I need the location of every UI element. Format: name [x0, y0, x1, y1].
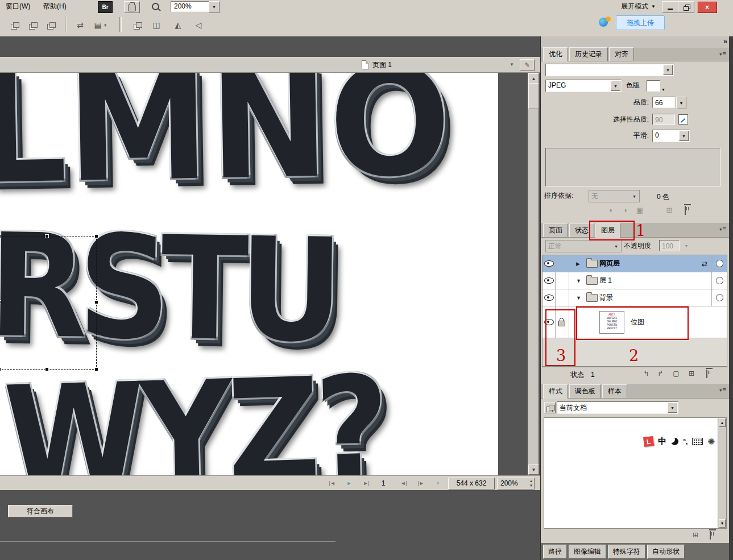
quality-slider-arrow-icon[interactable]: ▼	[676, 97, 686, 109]
exit-preview-button[interactable]: ×	[431, 478, 445, 488]
status-zoom-combo[interactable]: 200% ▲▼	[497, 478, 535, 490]
styles-scroll-up-icon[interactable]: ▲	[719, 418, 726, 427]
bring-front-button[interactable]	[130, 18, 144, 32]
style-degree-glyph[interactable]: °,	[683, 438, 688, 446]
sort-by-combo[interactable]: 无 ▼	[589, 190, 640, 202]
scroll-down-button[interactable]: ▼	[528, 464, 539, 475]
align-dropdown-button[interactable]: ▤▼	[91, 18, 110, 32]
new-layer-icon[interactable]: ⊞	[686, 370, 697, 380]
send-back-button[interactable]: ◫	[149, 18, 164, 32]
tab-optimize[interactable]: 优化	[543, 47, 568, 61]
style-logo-l[interactable]: L	[643, 436, 654, 447]
collapse-dock-icon[interactable]: »	[723, 38, 727, 45]
library-button[interactable]	[544, 402, 556, 413]
duplicate-state-icon[interactable]: ↰	[640, 370, 652, 380]
layer-row-background[interactable]: ▼ 背景	[542, 289, 727, 306]
gear-icon[interactable]: ✺	[707, 437, 715, 447]
scrollbar-thumb[interactable]	[528, 83, 539, 109]
slice-column[interactable]	[711, 272, 727, 289]
styles-panel-menu-icon[interactable]: ▼≡	[719, 386, 726, 393]
tab-path[interactable]: 路径	[543, 545, 567, 559]
styles-scrollbar[interactable]: ▲ ▼	[718, 418, 726, 528]
document-combo[interactable]: 当前文档 ▼	[557, 401, 678, 414]
lock-toggle[interactable]	[555, 255, 569, 272]
zoom-spinner-icon[interactable]: ▲▼	[529, 479, 533, 488]
tab-swatches[interactable]: 样本	[602, 384, 627, 398]
drag-upload-button[interactable]: 拖拽上传	[616, 15, 665, 30]
matte-swatch[interactable]	[647, 80, 660, 92]
play-states-button[interactable]: ►	[342, 478, 356, 488]
styles-scroll-down-icon[interactable]: ▼	[719, 519, 726, 528]
quality-field[interactable]: 66	[652, 97, 675, 108]
zoom-level-combo[interactable]: 200% ▼	[171, 1, 220, 12]
visibility-toggle[interactable]	[542, 289, 556, 306]
visibility-toggle[interactable]	[542, 255, 556, 272]
style-zh-glyph[interactable]: 中	[658, 436, 666, 447]
tab-align[interactable]: 对齐	[609, 47, 634, 61]
snap-websafe-icon[interactable]: ▣	[634, 206, 645, 216]
slice-column[interactable]	[711, 289, 727, 306]
fit-canvas-button[interactable]: 符合画布	[8, 505, 73, 517]
edit-page-button[interactable]: ✎	[520, 59, 535, 71]
selection-handle[interactable]	[0, 234, 1, 238]
lock-toggle[interactable]	[555, 289, 569, 306]
slice-column[interactable]	[711, 255, 727, 272]
transparent-color-icon[interactable]: ◑	[619, 206, 631, 216]
selection-handle[interactable]	[45, 234, 49, 238]
canvas[interactable]: LMNO RSTU WYZ?	[0, 73, 498, 475]
tab-palette[interactable]: 调色板	[569, 384, 601, 398]
layer-name[interactable]: 网页层	[599, 255, 685, 272]
page-dropdown-arrow-icon[interactable]: ▼	[510, 62, 514, 67]
tab-history[interactable]: 历史记录	[569, 47, 608, 61]
selection-marquee[interactable]	[0, 236, 97, 370]
blend-mode-combo[interactable]: 正常 ▼	[545, 240, 622, 252]
expand-mode-button[interactable]: 展开模式 ▼	[618, 1, 659, 12]
preset-combo[interactable]: ▼	[545, 64, 674, 76]
layer-name[interactable]: 背景	[599, 289, 685, 306]
upload-logo-icon[interactable]	[598, 15, 612, 30]
distribute-state-icon[interactable]: ↱	[655, 370, 666, 380]
opacity-field[interactable]: 100	[659, 240, 680, 251]
layer-row-weblayer[interactable]: ▶ 网页层 ⇄	[542, 255, 727, 272]
visibility-toggle[interactable]	[542, 272, 556, 289]
first-state-button[interactable]: |◄	[325, 478, 339, 488]
crescent-icon[interactable]	[671, 438, 678, 445]
format-dropdown-arrow-icon[interactable]: ▼	[611, 81, 620, 91]
lock-toggle[interactable]	[555, 272, 569, 289]
document-dropdown-arrow-icon[interactable]: ▼	[668, 403, 677, 413]
delete-layer-button[interactable]	[701, 370, 713, 380]
edit-color-icon[interactable]: ◑	[604, 206, 616, 216]
share-layer-icon[interactable]: ⇄	[698, 255, 711, 272]
selective-quality-field[interactable]: 90	[652, 114, 675, 125]
group-button[interactable]	[7, 18, 22, 32]
layer-name[interactable]: 层 1	[599, 272, 685, 289]
lock-color-icon[interactable]: ⊞	[664, 206, 675, 216]
tab-image-editing[interactable]: 图像编辑	[569, 545, 606, 559]
vertical-scrollbar[interactable]: ▲ ▼	[528, 73, 539, 475]
format-combo[interactable]: JPEG ▼	[545, 80, 622, 92]
styles-list-area[interactable]: L 中 °, ✺ ▲ ▼	[544, 417, 727, 529]
expand-toggle[interactable]: ▼	[575, 272, 583, 289]
selection-handle[interactable]	[0, 300, 1, 304]
selective-quality-edit-icon[interactable]	[678, 114, 688, 125]
bridge-button[interactable]: Br	[98, 1, 113, 13]
selection-handle[interactable]	[45, 367, 49, 371]
next-page-button[interactable]: |►	[414, 478, 428, 488]
keyboard-icon[interactable]	[692, 438, 703, 445]
page-tab[interactable]: 页面 1	[372, 60, 392, 70]
selection-handle[interactable]	[0, 367, 1, 371]
selection-handle[interactable]	[94, 234, 98, 238]
new-style-icon[interactable]: ⊞	[690, 531, 701, 541]
matte-arrow-icon[interactable]: ▼	[661, 84, 665, 96]
rotate-button[interactable]: ◁	[191, 18, 206, 32]
zoom-level-value[interactable]: 200%	[171, 1, 213, 12]
arrange-button[interactable]: ⇄	[73, 18, 88, 32]
delete-color-icon[interactable]	[680, 206, 691, 216]
expand-toggle[interactable]: ▶	[575, 255, 583, 272]
layers-panel-menu-icon[interactable]: ▼≡	[719, 225, 726, 232]
previous-page-button[interactable]: ◄|	[397, 478, 411, 488]
tab-auto-shapes[interactable]: 自动形状	[647, 545, 685, 559]
ungroup-button[interactable]	[25, 18, 40, 32]
smoothing-dropdown-arrow-icon[interactable]: ▼	[679, 131, 689, 141]
scroll-up-button[interactable]: ▲	[528, 73, 539, 84]
